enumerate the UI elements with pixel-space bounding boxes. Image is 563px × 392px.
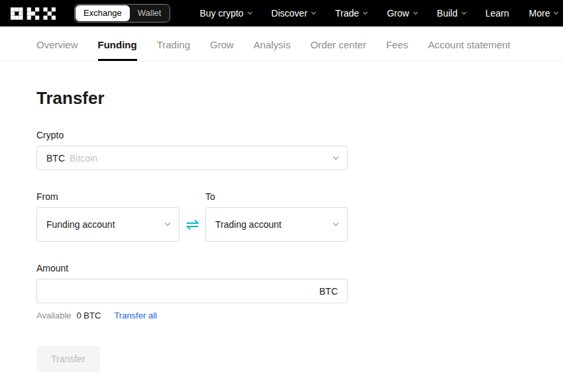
- from-account-select[interactable]: Funding account: [36, 207, 179, 242]
- to-account-value: Trading account: [215, 219, 282, 230]
- account-tabbar: Overview Funding Trading Grow Analysis O…: [0, 26, 563, 62]
- exchange-toggle-button[interactable]: Exchange: [76, 5, 130, 21]
- amount-unit: BTC: [319, 286, 338, 297]
- crypto-label: Crypto: [36, 130, 563, 140]
- tab-account-statement[interactable]: Account statement: [428, 26, 510, 61]
- nav-grow-label: Grow: [387, 8, 409, 19]
- chevron-down-icon: [413, 10, 418, 15]
- from-account-value: Funding account: [46, 219, 115, 230]
- tab-overview[interactable]: Overview: [36, 26, 78, 61]
- nav-trade-label: Trade: [335, 8, 359, 19]
- chevron-down-icon: [165, 220, 170, 226]
- nav-trade[interactable]: Trade: [335, 8, 367, 19]
- tab-fees[interactable]: Fees: [386, 26, 408, 61]
- tab-order-center[interactable]: Order center: [311, 26, 366, 61]
- nav-more-label: More: [529, 8, 550, 19]
- nav-more[interactable]: More: [529, 8, 558, 19]
- crypto-select-value: BTCBitcoin: [46, 153, 97, 164]
- crypto-name: Bitcoin: [70, 153, 97, 164]
- chevron-down-icon: [554, 10, 558, 15]
- page-title: Transfer: [36, 88, 563, 109]
- nav-learn-label: Learn: [486, 8, 509, 19]
- to-account-select[interactable]: Trading account: [205, 207, 348, 242]
- swap-accounts-icon[interactable]: ⇌: [185, 217, 199, 232]
- exchange-wallet-toggle: Exchange Wallet: [74, 4, 170, 23]
- okx-logo[interactable]: [11, 7, 56, 20]
- amount-label: Amount: [36, 263, 563, 273]
- from-to-row: From Funding account ⇌ To Trading accoun…: [36, 170, 563, 242]
- crypto-select[interactable]: BTCBitcoin: [36, 146, 348, 170]
- chevron-down-icon: [333, 154, 338, 159]
- wallet-toggle-button[interactable]: Wallet: [130, 5, 170, 21]
- chevron-down-icon: [248, 10, 252, 15]
- amount-input-wrap: BTC: [36, 279, 348, 303]
- nav-grow[interactable]: Grow: [387, 8, 417, 19]
- chevron-down-icon: [363, 10, 368, 15]
- nav-learn[interactable]: Learn: [486, 8, 509, 19]
- nav-build[interactable]: Build: [437, 8, 466, 19]
- available-label: Available: [36, 311, 72, 320]
- nav-discover[interactable]: Discover: [272, 8, 315, 19]
- tab-analysis[interactable]: Analysis: [254, 26, 291, 61]
- chevron-down-icon: [311, 10, 316, 15]
- amount-input[interactable]: [46, 285, 319, 297]
- nav-buy-crypto-label: Buy crypto: [199, 8, 243, 19]
- chevron-down-icon: [462, 10, 466, 15]
- main-nav: Buy crypto Discover Trade Grow Build Lea…: [199, 8, 558, 19]
- transfer-all-link[interactable]: Transfer all: [114, 311, 157, 320]
- nav-discover-label: Discover: [272, 8, 307, 19]
- tab-trading[interactable]: Trading: [157, 26, 190, 61]
- chevron-down-icon: [333, 220, 338, 226]
- transfer-page: Transfer Crypto BTCBitcoin From Funding …: [0, 88, 563, 372]
- tab-funding[interactable]: Funding: [98, 26, 137, 61]
- to-label: To: [205, 191, 348, 202]
- tab-grow[interactable]: Grow: [210, 26, 234, 61]
- from-label: From: [36, 191, 179, 202]
- transfer-button[interactable]: Transfer: [36, 346, 100, 372]
- available-row: Available 0 BTC Transfer all: [36, 311, 563, 320]
- swap-wrap: ⇌: [179, 207, 205, 242]
- nav-build-label: Build: [437, 8, 458, 19]
- okx-logo-icon: [11, 7, 56, 20]
- top-navbar: Exchange Wallet Buy crypto Discover Trad…: [0, 0, 563, 26]
- available-value: 0 BTC: [77, 311, 101, 320]
- crypto-symbol: BTC: [46, 153, 65, 164]
- nav-buy-crypto[interactable]: Buy crypto: [199, 8, 251, 19]
